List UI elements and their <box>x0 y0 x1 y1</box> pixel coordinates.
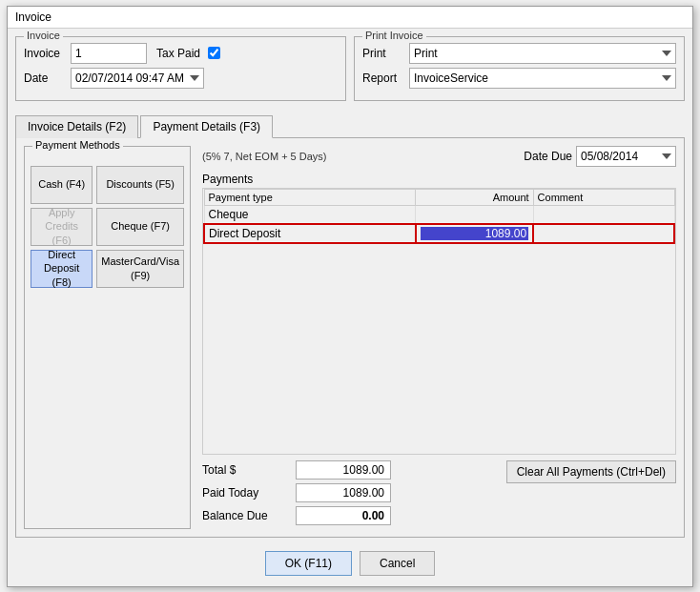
ok-button[interactable]: OK (F11) <box>265 551 352 576</box>
footer-buttons: OK (F11) Cancel <box>15 545 685 580</box>
print-select[interactable]: Print <box>409 43 676 64</box>
tab-invoice-details[interactable]: Invoice Details (F2) <box>15 115 138 138</box>
due-date-area: Date Due 05/08/2014 <box>524 146 676 167</box>
tab-payment-details[interactable]: Payment Details (F3) <box>140 115 273 138</box>
table-row[interactable]: Cheque <box>204 205 674 224</box>
row2-amount[interactable] <box>416 224 533 243</box>
row2-type: Direct Deposit <box>204 224 416 243</box>
tax-paid-label: Tax Paid <box>156 47 200 60</box>
invoice-number-input[interactable] <box>71 43 147 64</box>
invoice-label: Invoice <box>24 47 67 60</box>
payment-methods-title: Payment Methods <box>32 139 123 151</box>
discounts-button[interactable]: Discounts (F5) <box>96 166 184 204</box>
total-value: 1089.00 <box>296 460 391 480</box>
row2-comment <box>533 224 674 243</box>
balance-due-label: Balance Due <box>202 509 288 522</box>
cash-button[interactable]: Cash (F4) <box>31 166 93 204</box>
col-header-type: Payment type <box>204 189 416 205</box>
tabs: Invoice Details (F2) Payment Details (F3… <box>15 114 685 137</box>
amount-input[interactable] <box>421 227 528 240</box>
row1-comment <box>533 205 674 224</box>
col-header-comment: Comment <box>533 189 674 205</box>
print-label: Print <box>362 47 405 60</box>
row1-type: Cheque <box>204 205 416 224</box>
paid-today-row: Paid Today 1089.00 <box>202 483 503 502</box>
paid-today-label: Paid Today <box>202 486 288 500</box>
payments-table: Payment type Amount Comment <box>203 189 675 245</box>
tab-content: Payment Methods Cash (F4) Discounts (F5)… <box>15 137 685 538</box>
report-select[interactable]: InvoiceService <box>409 68 676 89</box>
tax-paid-checkbox[interactable] <box>208 47 220 59</box>
payment-methods-group: Payment Methods Cash (F4) Discounts (F5)… <box>24 146 191 529</box>
payment-methods-grid: Cash (F4) Discounts (F5) Apply Credits (… <box>31 166 184 288</box>
print-invoice-group-title: Print Invoice <box>362 30 426 41</box>
invoice-group-title: Invoice <box>24 30 63 41</box>
date-due-label: Date Due <box>524 150 572 163</box>
total-row: Total $ 1089.00 <box>202 460 503 480</box>
apply-credits-button[interactable]: Apply Credits (F6) <box>31 208 93 246</box>
cheque-button[interactable]: Cheque (F7) <box>96 208 184 246</box>
direct-deposit-button[interactable]: Direct Deposit (F8) <box>31 250 93 288</box>
mastercard-visa-button[interactable]: MasterCard/Visa (F9) <box>96 250 184 288</box>
payments-table-container: Payment type Amount Comment <box>202 188 676 455</box>
details-header: (5% 7, Net EOM + 5 Days) Date Due 05/08/… <box>202 146 676 167</box>
total-label: Total $ <box>202 463 288 477</box>
row1-amount <box>416 205 533 224</box>
paid-today-value: 1089.00 <box>296 483 391 502</box>
table-row[interactable]: Direct Deposit <box>204 224 674 243</box>
col-header-amount: Amount <box>416 189 533 205</box>
date-due-select[interactable]: 05/08/2014 <box>576 146 676 167</box>
terms-text: (5% 7, Net EOM + 5 Days) <box>202 151 327 162</box>
clear-all-payments-button[interactable]: Clear All Payments (Ctrl+Del) <box>506 460 676 483</box>
payments-label: Payments <box>202 173 676 186</box>
invoice-group: Invoice Invoice Tax Paid Date 02/07/2014… <box>15 36 346 101</box>
dialog-title: Invoice <box>15 10 51 24</box>
print-invoice-group: Print Invoice Print Print Report Invoice… <box>354 36 685 101</box>
totals-area: Total $ 1089.00 Paid Today 1089.00 Balan… <box>202 460 676 529</box>
balance-due-value: 0.00 <box>296 506 391 525</box>
date-select[interactable]: 02/07/2014 09:47 AM <box>71 68 204 89</box>
totals-right: Clear All Payments (Ctrl+Del) <box>506 460 676 487</box>
invoice-dialog: Invoice Invoice Invoice Tax Paid Date 02… <box>7 6 693 587</box>
balance-due-row: Balance Due 0.00 <box>202 506 503 525</box>
report-label: Report <box>362 71 405 85</box>
date-label: Date <box>24 71 67 85</box>
totals-left: Total $ 1089.00 Paid Today 1089.00 Balan… <box>202 460 503 529</box>
dialog-titlebar: Invoice <box>8 7 692 29</box>
details-panel: (5% 7, Net EOM + 5 Days) Date Due 05/08/… <box>202 146 676 529</box>
cancel-button[interactable]: Cancel <box>360 551 435 576</box>
